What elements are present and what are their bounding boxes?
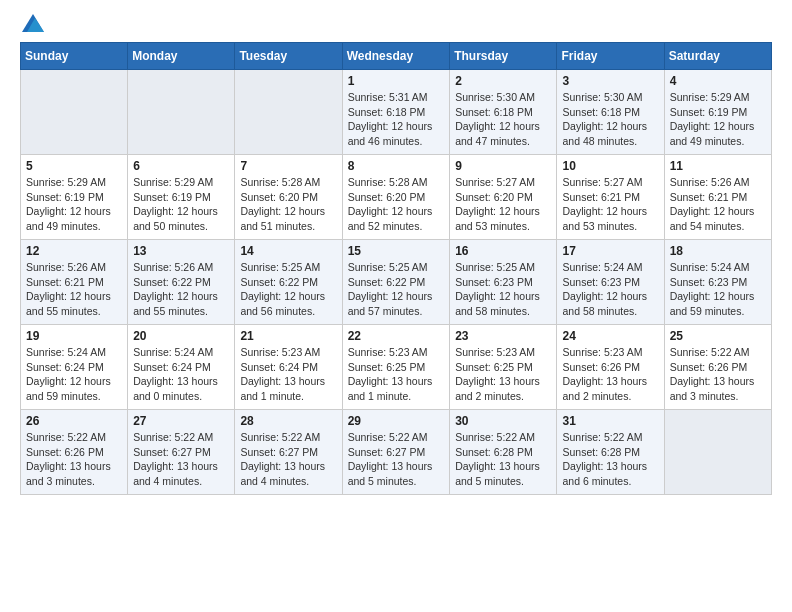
calendar-week-row: 26Sunrise: 5:22 AM Sunset: 6:26 PM Dayli… (21, 410, 772, 495)
page-header (20, 16, 772, 32)
day-info: Sunrise: 5:26 AM Sunset: 6:22 PM Dayligh… (133, 260, 229, 319)
calendar-week-row: 5Sunrise: 5:29 AM Sunset: 6:19 PM Daylig… (21, 155, 772, 240)
calendar-cell: 25Sunrise: 5:22 AM Sunset: 6:26 PM Dayli… (664, 325, 771, 410)
day-number: 30 (455, 414, 551, 428)
day-info: Sunrise: 5:22 AM Sunset: 6:28 PM Dayligh… (455, 430, 551, 489)
day-info: Sunrise: 5:24 AM Sunset: 6:23 PM Dayligh… (562, 260, 658, 319)
day-info: Sunrise: 5:23 AM Sunset: 6:25 PM Dayligh… (455, 345, 551, 404)
calendar-cell: 20Sunrise: 5:24 AM Sunset: 6:24 PM Dayli… (128, 325, 235, 410)
day-info: Sunrise: 5:23 AM Sunset: 6:26 PM Dayligh… (562, 345, 658, 404)
calendar-cell: 14Sunrise: 5:25 AM Sunset: 6:22 PM Dayli… (235, 240, 342, 325)
day-info: Sunrise: 5:26 AM Sunset: 6:21 PM Dayligh… (26, 260, 122, 319)
day-number: 2 (455, 74, 551, 88)
calendar-cell: 9Sunrise: 5:27 AM Sunset: 6:20 PM Daylig… (450, 155, 557, 240)
day-info: Sunrise: 5:28 AM Sunset: 6:20 PM Dayligh… (348, 175, 445, 234)
day-number: 12 (26, 244, 122, 258)
calendar-cell: 3Sunrise: 5:30 AM Sunset: 6:18 PM Daylig… (557, 70, 664, 155)
day-number: 19 (26, 329, 122, 343)
calendar-cell: 5Sunrise: 5:29 AM Sunset: 6:19 PM Daylig… (21, 155, 128, 240)
weekday-header: Friday (557, 43, 664, 70)
day-number: 20 (133, 329, 229, 343)
day-info: Sunrise: 5:27 AM Sunset: 6:21 PM Dayligh… (562, 175, 658, 234)
day-number: 6 (133, 159, 229, 173)
day-info: Sunrise: 5:29 AM Sunset: 6:19 PM Dayligh… (133, 175, 229, 234)
day-number: 7 (240, 159, 336, 173)
calendar-cell (128, 70, 235, 155)
day-number: 26 (26, 414, 122, 428)
day-info: Sunrise: 5:23 AM Sunset: 6:25 PM Dayligh… (348, 345, 445, 404)
day-info: Sunrise: 5:24 AM Sunset: 6:23 PM Dayligh… (670, 260, 766, 319)
calendar-cell: 19Sunrise: 5:24 AM Sunset: 6:24 PM Dayli… (21, 325, 128, 410)
calendar-cell: 11Sunrise: 5:26 AM Sunset: 6:21 PM Dayli… (664, 155, 771, 240)
calendar-cell: 6Sunrise: 5:29 AM Sunset: 6:19 PM Daylig… (128, 155, 235, 240)
logo (20, 16, 44, 32)
day-info: Sunrise: 5:24 AM Sunset: 6:24 PM Dayligh… (133, 345, 229, 404)
day-number: 16 (455, 244, 551, 258)
day-info: Sunrise: 5:31 AM Sunset: 6:18 PM Dayligh… (348, 90, 445, 149)
day-number: 1 (348, 74, 445, 88)
weekday-header: Tuesday (235, 43, 342, 70)
day-info: Sunrise: 5:22 AM Sunset: 6:28 PM Dayligh… (562, 430, 658, 489)
day-info: Sunrise: 5:22 AM Sunset: 6:27 PM Dayligh… (133, 430, 229, 489)
calendar-week-row: 1Sunrise: 5:31 AM Sunset: 6:18 PM Daylig… (21, 70, 772, 155)
weekday-header: Monday (128, 43, 235, 70)
day-info: Sunrise: 5:22 AM Sunset: 6:27 PM Dayligh… (348, 430, 445, 489)
day-info: Sunrise: 5:25 AM Sunset: 6:22 PM Dayligh… (240, 260, 336, 319)
calendar-cell: 8Sunrise: 5:28 AM Sunset: 6:20 PM Daylig… (342, 155, 450, 240)
calendar-cell: 22Sunrise: 5:23 AM Sunset: 6:25 PM Dayli… (342, 325, 450, 410)
calendar-header-row: SundayMondayTuesdayWednesdayThursdayFrid… (21, 43, 772, 70)
day-info: Sunrise: 5:30 AM Sunset: 6:18 PM Dayligh… (562, 90, 658, 149)
day-number: 24 (562, 329, 658, 343)
day-number: 4 (670, 74, 766, 88)
day-info: Sunrise: 5:28 AM Sunset: 6:20 PM Dayligh… (240, 175, 336, 234)
calendar-cell: 1Sunrise: 5:31 AM Sunset: 6:18 PM Daylig… (342, 70, 450, 155)
day-number: 15 (348, 244, 445, 258)
day-info: Sunrise: 5:25 AM Sunset: 6:23 PM Dayligh… (455, 260, 551, 319)
calendar-cell: 28Sunrise: 5:22 AM Sunset: 6:27 PM Dayli… (235, 410, 342, 495)
calendar-cell: 13Sunrise: 5:26 AM Sunset: 6:22 PM Dayli… (128, 240, 235, 325)
day-number: 29 (348, 414, 445, 428)
day-number: 25 (670, 329, 766, 343)
day-number: 3 (562, 74, 658, 88)
calendar-cell: 26Sunrise: 5:22 AM Sunset: 6:26 PM Dayli… (21, 410, 128, 495)
day-info: Sunrise: 5:26 AM Sunset: 6:21 PM Dayligh… (670, 175, 766, 234)
calendar-cell: 21Sunrise: 5:23 AM Sunset: 6:24 PM Dayli… (235, 325, 342, 410)
weekday-header: Sunday (21, 43, 128, 70)
calendar-cell: 18Sunrise: 5:24 AM Sunset: 6:23 PM Dayli… (664, 240, 771, 325)
calendar-cell: 15Sunrise: 5:25 AM Sunset: 6:22 PM Dayli… (342, 240, 450, 325)
day-number: 9 (455, 159, 551, 173)
day-number: 27 (133, 414, 229, 428)
day-number: 10 (562, 159, 658, 173)
calendar-cell (235, 70, 342, 155)
day-info: Sunrise: 5:29 AM Sunset: 6:19 PM Dayligh… (26, 175, 122, 234)
weekday-header: Wednesday (342, 43, 450, 70)
day-number: 18 (670, 244, 766, 258)
day-number: 5 (26, 159, 122, 173)
calendar-cell: 24Sunrise: 5:23 AM Sunset: 6:26 PM Dayli… (557, 325, 664, 410)
calendar-cell: 12Sunrise: 5:26 AM Sunset: 6:21 PM Dayli… (21, 240, 128, 325)
day-number: 28 (240, 414, 336, 428)
calendar-cell: 16Sunrise: 5:25 AM Sunset: 6:23 PM Dayli… (450, 240, 557, 325)
calendar-table: SundayMondayTuesdayWednesdayThursdayFrid… (20, 42, 772, 495)
day-number: 21 (240, 329, 336, 343)
calendar-cell: 4Sunrise: 5:29 AM Sunset: 6:19 PM Daylig… (664, 70, 771, 155)
calendar-cell: 23Sunrise: 5:23 AM Sunset: 6:25 PM Dayli… (450, 325, 557, 410)
calendar-cell (21, 70, 128, 155)
day-info: Sunrise: 5:30 AM Sunset: 6:18 PM Dayligh… (455, 90, 551, 149)
calendar-week-row: 19Sunrise: 5:24 AM Sunset: 6:24 PM Dayli… (21, 325, 772, 410)
day-number: 22 (348, 329, 445, 343)
day-number: 17 (562, 244, 658, 258)
day-number: 31 (562, 414, 658, 428)
calendar-cell: 2Sunrise: 5:30 AM Sunset: 6:18 PM Daylig… (450, 70, 557, 155)
day-number: 13 (133, 244, 229, 258)
calendar-cell: 10Sunrise: 5:27 AM Sunset: 6:21 PM Dayli… (557, 155, 664, 240)
day-number: 8 (348, 159, 445, 173)
day-info: Sunrise: 5:25 AM Sunset: 6:22 PM Dayligh… (348, 260, 445, 319)
day-info: Sunrise: 5:22 AM Sunset: 6:26 PM Dayligh… (670, 345, 766, 404)
calendar-week-row: 12Sunrise: 5:26 AM Sunset: 6:21 PM Dayli… (21, 240, 772, 325)
calendar-cell: 29Sunrise: 5:22 AM Sunset: 6:27 PM Dayli… (342, 410, 450, 495)
logo-icon (22, 14, 44, 32)
calendar-cell: 30Sunrise: 5:22 AM Sunset: 6:28 PM Dayli… (450, 410, 557, 495)
calendar-cell (664, 410, 771, 495)
calendar-cell: 7Sunrise: 5:28 AM Sunset: 6:20 PM Daylig… (235, 155, 342, 240)
